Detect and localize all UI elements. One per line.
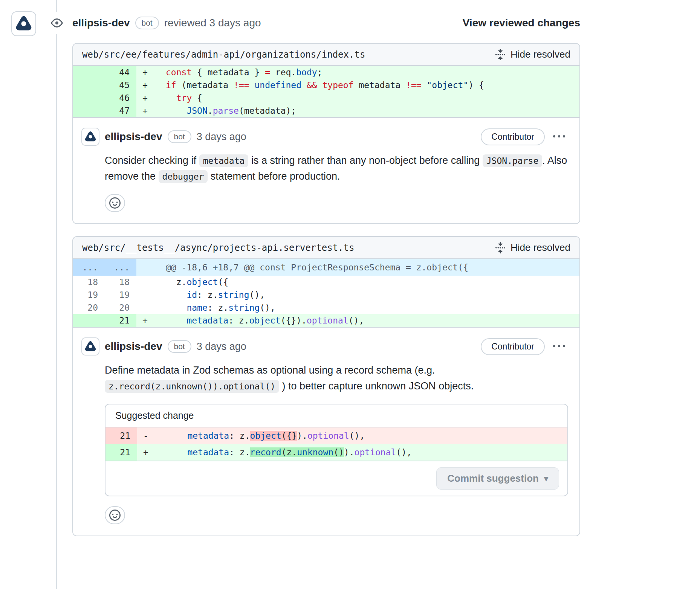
code-token: undefined (254, 80, 301, 90)
code-token: { (192, 93, 202, 103)
code-token: parse (213, 106, 239, 116)
diff: ......@@ -18,6 +18,7 @@ const ProjectRes… (73, 259, 579, 327)
add-reaction-button[interactable] (105, 506, 125, 524)
code-token: : z. (197, 290, 218, 300)
code-token: req. (270, 67, 296, 77)
code-token: (), (348, 316, 364, 325)
diff-sign (136, 276, 160, 288)
review-comment: ellipsis-dev bot 3 days ago Contributor … (73, 327, 579, 536)
add-reaction-button[interactable] (105, 194, 125, 212)
diff-code: const { metadata } = req.body; (160, 66, 579, 79)
eye-icon (51, 17, 63, 29)
bot-badge: bot (168, 130, 191, 143)
diff-line: 46+ try { (73, 92, 579, 104)
code-token: = (265, 67, 270, 77)
old-line-number: 19 (73, 288, 105, 301)
old-line-number (73, 79, 105, 92)
review-author[interactable]: ellipsis-dev (72, 17, 130, 29)
new-line-number: 18 (105, 276, 136, 288)
comment-timestamp[interactable]: 3 days ago (197, 131, 246, 143)
diff-code: id: z.string(), (160, 288, 579, 301)
comment-header: ellipsis-dev bot 3 days ago Contributor (81, 128, 568, 146)
kebab-horizontal-icon (553, 131, 565, 143)
diff-line: 21+ metadata: z.object({}).optional(), (73, 314, 579, 327)
code-token: object (249, 316, 281, 325)
diff-sign: + (136, 92, 160, 104)
code-token: : z. (228, 316, 249, 325)
code-token: ). (297, 431, 307, 441)
review-header: ellipsis-dev bot reviewed 3 days ago Vie… (72, 17, 580, 29)
diff-sign (136, 288, 160, 301)
code-token: metadata (187, 447, 229, 457)
diff-line: 2020 name: z.string(), (73, 301, 579, 314)
diff-code: metadata: z.record(z.unknown()).optional… (161, 444, 567, 461)
contributor-badge: Contributor (481, 128, 545, 145)
diff-line: ......@@ -18,6 +18,7 @@ const ProjectRes… (73, 259, 579, 276)
diff-code: metadata: z.object({}).optional(), (160, 314, 579, 327)
contributor-badge: Contributor (481, 338, 545, 355)
suggested-change-title: Suggested change (105, 404, 567, 427)
view-reviewed-changes-link[interactable]: View reviewed changes (463, 17, 580, 29)
hide-resolved-button[interactable]: Hide resolved (495, 49, 570, 60)
diff-sign: + (137, 444, 161, 461)
code-token: try (176, 93, 192, 103)
code-token: optional (355, 447, 396, 457)
code-token (422, 80, 427, 90)
comment-avatar[interactable] (81, 337, 99, 356)
diff-sign: - (137, 427, 161, 444)
file-header: web/src/__tests__/async/projects-api.ser… (73, 237, 579, 259)
file-path[interactable]: web/src/__tests__/async/projects-api.ser… (82, 243, 354, 253)
code-token: (), (249, 290, 265, 300)
code-token: (), (260, 303, 275, 313)
diff-code: JSON.parse(metadata); (160, 104, 579, 117)
code-token: ). (344, 447, 355, 457)
commit-suggestion-button[interactable]: Commit suggestion ▾ (436, 467, 559, 490)
code-token (249, 80, 255, 90)
smiley-icon (109, 510, 121, 521)
comment-timestamp[interactable]: 3 days ago (197, 341, 246, 352)
kebab-menu-button[interactable] (550, 128, 568, 145)
code-token (166, 316, 186, 325)
comment-author[interactable]: ellipsis-dev (105, 131, 162, 143)
comment-body: Consider checking if metadata is a strin… (105, 153, 568, 184)
comment-avatar[interactable] (81, 128, 99, 146)
review-event-badge (46, 12, 68, 34)
kebab-horizontal-icon (553, 340, 565, 352)
diff: 44+const { metadata } = req.body;45+if (… (73, 66, 579, 117)
comment-header: ellipsis-dev bot 3 days ago Contributor (81, 337, 568, 356)
new-line-number: 44 (105, 66, 136, 79)
code-token: (metadata (176, 80, 234, 90)
diff-code: @@ -18,6 +18,7 @@ const ProjectResponseS… (160, 259, 579, 276)
comment-author[interactable]: ellipsis-dev (105, 340, 162, 352)
kebab-menu-button[interactable] (550, 338, 568, 355)
hide-resolved-label: Hide resolved (510, 242, 570, 253)
code-token: !== (234, 80, 249, 90)
new-line-number: 21 (105, 314, 136, 327)
old-line-number: 18 (73, 276, 105, 288)
file-header: web/src/ee/features/admin-api/organizati… (73, 44, 579, 66)
old-line-number (73, 66, 105, 79)
old-line-number: 20 (73, 301, 105, 314)
ellipsis-dev-logo-icon (84, 340, 96, 352)
hide-resolved-button[interactable]: Hide resolved (495, 242, 570, 253)
new-line-number: 20 (105, 301, 136, 314)
code-token: name (186, 303, 207, 313)
code-token: metadata (187, 431, 229, 441)
code-token (166, 93, 176, 103)
code-token: body (296, 67, 317, 77)
code-token: typeof (322, 80, 353, 90)
new-line-number: 45 (105, 79, 136, 92)
code-token: : z. (208, 303, 228, 313)
diff-line: 45+if (metadata !== undefined && typeof … (73, 79, 579, 92)
bot-badge: bot (135, 17, 159, 29)
review-meta: reviewed 3 days ago (164, 17, 261, 29)
file-path[interactable]: web/src/ee/features/admin-api/organizati… (82, 49, 365, 60)
commit-suggestion-label: Commit suggestion (447, 473, 539, 484)
code-token: && (307, 80, 317, 90)
code-token: id (186, 290, 197, 300)
code-token: metadata (186, 316, 228, 325)
reviewer-avatar[interactable] (11, 11, 36, 36)
new-line-number: 46 (105, 92, 136, 104)
code-token (301, 80, 307, 90)
text-segment: is a string rather than any non-object b… (248, 155, 482, 166)
